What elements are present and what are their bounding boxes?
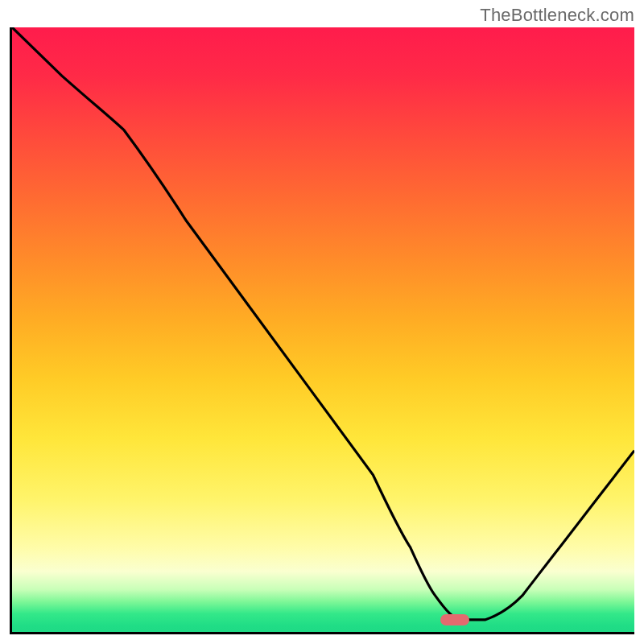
optimal-point-marker [440,614,469,625]
bottleneck-curve [12,27,634,632]
curve-path [12,27,634,620]
chart-container: TheBottleneck.com [0,0,644,644]
plot-area [10,27,634,634]
watermark-text: TheBottleneck.com [480,5,634,26]
